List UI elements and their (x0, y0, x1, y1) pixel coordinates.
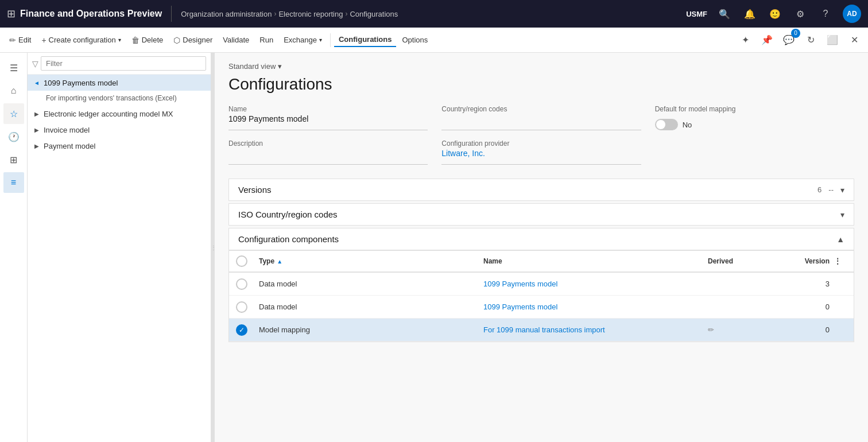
favorites-icon[interactable]: ✦ (736, 31, 754, 49)
badge-count: 0 (791, 29, 800, 38)
config-components-header[interactable]: Configuration components ▲ (228, 228, 854, 250)
row1-name[interactable]: 1099 Payments model (481, 275, 706, 293)
config-provider-label: Configuration provider (441, 139, 641, 148)
pencil-icon[interactable]: ✏ (708, 325, 714, 334)
table-row-1[interactable]: Data model 1099 Payments model 3 (229, 273, 854, 296)
row2-name[interactable]: 1099 Payments model (481, 298, 706, 316)
tree-expand-payment[interactable]: ▶ (32, 141, 41, 150)
run-button[interactable]: Run (255, 33, 278, 46)
table-row-2[interactable]: Data model 1099 Payments model 0 (229, 296, 854, 319)
toggle-knob (656, 120, 665, 129)
close-icon[interactable]: ✕ (845, 31, 863, 49)
help-icon[interactable]: ? (817, 6, 834, 22)
row3-name[interactable]: For 1099 manual transactions import (481, 321, 706, 339)
toggle-switch[interactable] (655, 119, 678, 130)
view-selector[interactable]: Standard view ▾ (228, 62, 854, 71)
validate-button[interactable]: Validate (218, 33, 254, 46)
toolbar: ✏ Edit + Create configuration ▾ 🗑 Delete… (0, 28, 868, 53)
settings-icon[interactable]: ⚙ (792, 6, 808, 22)
toolbar-right: ✦ 📌 💬 0 ↻ ⬜ ✕ (736, 31, 863, 49)
tree-expand-1099[interactable]: ◄ (32, 78, 41, 87)
tree-list: ◄ 1099 Payments model For importing vend… (28, 75, 211, 442)
filter-input[interactable] (41, 56, 206, 71)
dropdown-arrow: ▾ (118, 37, 121, 43)
tree-item-invoice[interactable]: ▶ Invoice model (28, 122, 211, 138)
th-version[interactable]: Version (774, 253, 832, 270)
tree-expand-electronic[interactable]: ▶ (32, 109, 41, 118)
table-header: Type ▲ Name Derived Version ⋮ (229, 251, 854, 273)
description-field: Description (228, 139, 428, 165)
top-bar-right: USMF 🔍 🔔 🙂 ⚙ ? AD (686, 5, 861, 23)
side-icons: ☰ ⌂ ☆ 🕐 ⊞ ≡ (0, 53, 28, 442)
breadcrumb-er[interactable]: Electronic reporting (278, 10, 343, 18)
row2-checkbox[interactable] (236, 301, 247, 313)
row3-checkbox[interactable]: ✓ (236, 324, 247, 336)
recent-icon[interactable]: 🕐 (3, 126, 24, 147)
refresh-icon[interactable]: ↻ (801, 31, 820, 49)
tree-label-payment: Payment model (44, 142, 95, 150)
th-name[interactable]: Name (481, 253, 706, 270)
notification-icon[interactable]: 🔔 (742, 6, 758, 22)
search-top-icon[interactable]: 🔍 (716, 6, 733, 22)
tree-item-electronic[interactable]: ▶ Electronic ledger accounting model MX (28, 106, 211, 122)
country-value[interactable] (441, 114, 641, 130)
th-derived[interactable]: Derived (706, 253, 774, 270)
designer-button[interactable]: ⬡ Designer (169, 33, 217, 47)
iso-title: ISO Country/region codes (238, 210, 338, 219)
versions-title: Versions (238, 185, 272, 195)
main-layout: ☰ ⌂ ☆ 🕐 ⊞ ≡ ▽ ◄ 1099 Payments model For … (0, 53, 868, 442)
create-config-button[interactable]: + Create configuration ▾ (37, 33, 125, 47)
delete-button[interactable]: 🗑 Delete (127, 33, 168, 47)
row2-version: 0 (774, 298, 832, 316)
edit-button[interactable]: ✏ Edit (5, 33, 36, 47)
tree-item-1099-payments[interactable]: ◄ 1099 Payments model (28, 75, 211, 91)
options-tab[interactable]: Options (397, 33, 432, 46)
view-chevron: ▾ (278, 62, 282, 71)
tree-expand-invoice[interactable]: ▶ (32, 125, 41, 134)
breadcrumb: Organization administration › Electronic… (181, 10, 681, 18)
tree-item-importing[interactable]: For importing vendors' transactions (Exc… (28, 91, 211, 106)
tree-item-payment[interactable]: ▶ Payment model (28, 138, 211, 154)
row3-type: Model mapping (257, 321, 481, 339)
right-panel: Standard view ▾ Configurations Name 1099… (215, 53, 868, 442)
th-type[interactable]: Type ▲ (257, 253, 481, 270)
open-new-icon[interactable]: ⬜ (823, 31, 842, 49)
breadcrumb-config[interactable]: Configurations (350, 10, 398, 18)
sort-up-icon: ▲ (277, 258, 282, 265)
region-label: USMF (686, 10, 707, 18)
tree-label-electronic: Electronic ledger accounting model MX (44, 110, 173, 118)
description-label: Description (228, 139, 428, 148)
app-grid-icon[interactable]: ⊞ (7, 7, 16, 20)
filter-icon: ▽ (32, 59, 38, 68)
config-provider-value[interactable]: Litware, Inc. (441, 149, 641, 165)
name-value[interactable]: 1099 Payments model (228, 114, 428, 130)
grid-icon[interactable]: ⊞ (3, 149, 24, 170)
versions-section-header[interactable]: Versions 6 -- ▾ (228, 179, 854, 201)
page-title: Configurations (228, 75, 854, 94)
table-row-3[interactable]: ✓ Model mapping For 1099 manual transact… (229, 319, 854, 342)
breadcrumb-chevron-1: › (274, 10, 276, 18)
breadcrumb-chevron-2: › (345, 10, 347, 18)
row2-more (832, 303, 849, 312)
header-check[interactable] (236, 255, 247, 267)
pin-icon[interactable]: 📌 (758, 31, 776, 49)
left-panel-toolbar: ▽ (28, 53, 211, 75)
hamburger-icon[interactable]: ☰ (3, 57, 24, 78)
iso-chevron: ▾ (840, 210, 844, 219)
config-components-table: Type ▲ Name Derived Version ⋮ (228, 250, 854, 342)
row1-checkbox[interactable] (236, 278, 247, 290)
star-icon[interactable]: ☆ (3, 103, 24, 124)
breadcrumb-org[interactable]: Organization administration (181, 10, 272, 18)
user-avatar[interactable]: AD (843, 5, 861, 23)
row1-version: 3 (774, 275, 832, 293)
left-panel: ▽ ◄ 1099 Payments model For importing ve… (28, 53, 211, 442)
th-more[interactable]: ⋮ (832, 253, 849, 270)
configurations-tab[interactable]: Configurations (334, 33, 396, 47)
exchange-button[interactable]: Exchange ▾ (279, 33, 327, 46)
home-icon[interactable]: ⌂ (3, 80, 24, 101)
list-icon[interactable]: ≡ (3, 172, 24, 193)
toggle-label: No (683, 121, 692, 129)
iso-section-header[interactable]: ISO Country/region codes ▾ (228, 203, 854, 226)
feedback-icon[interactable]: 🙂 (767, 6, 783, 22)
description-value[interactable] (228, 149, 428, 165)
